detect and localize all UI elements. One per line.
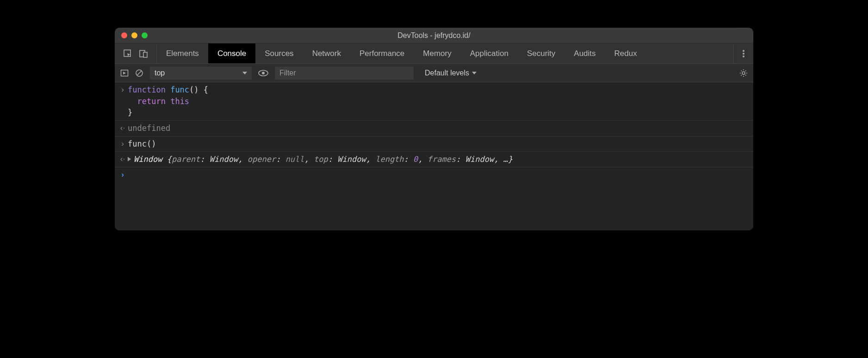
maximize-window-button[interactable] xyxy=(142,32,148,38)
tab-application[interactable]: Application xyxy=(461,43,518,63)
input-marker-icon: › xyxy=(118,84,128,96)
output-marker-icon: ‹· xyxy=(118,154,128,165)
minimize-window-button[interactable] xyxy=(131,32,137,38)
expand-icon[interactable] xyxy=(128,157,131,161)
inspect-controls xyxy=(115,43,157,63)
more-options-button[interactable] xyxy=(733,43,753,63)
input-marker-icon: › xyxy=(118,138,128,150)
output-value: undefined xyxy=(128,123,749,134)
tab-network[interactable]: Network xyxy=(303,43,350,63)
console-prompt[interactable]: › xyxy=(115,167,753,183)
chevron-down-icon xyxy=(242,72,247,74)
tab-sources[interactable]: Sources xyxy=(255,43,303,63)
console-output: › function func() { return this } ‹· und… xyxy=(115,82,753,230)
log-levels-selector[interactable]: Default levels xyxy=(420,69,477,77)
tab-memory[interactable]: Memory xyxy=(414,43,460,63)
titlebar: DevTools - jefrydco.id/ xyxy=(115,28,753,43)
levels-label: Default levels xyxy=(425,69,469,77)
devtools-window: DevTools - jefrydco.id/ Elements Console… xyxy=(115,28,753,230)
tab-console[interactable]: Console xyxy=(208,43,255,63)
object-preview: Window {parent: Window, opener: null, to… xyxy=(128,154,749,165)
code-call: func() xyxy=(128,138,749,150)
filter-input[interactable] xyxy=(275,67,414,80)
svg-rect-2 xyxy=(143,52,147,57)
console-row-output[interactable]: ‹· Window {parent: Window, opener: null,… xyxy=(115,152,753,167)
svg-line-8 xyxy=(137,71,142,75)
inspect-element-icon[interactable] xyxy=(123,49,132,58)
settings-icon[interactable] xyxy=(739,69,748,77)
tab-audits[interactable]: Audits xyxy=(564,43,605,63)
code-block: function func() { return this } xyxy=(128,84,749,118)
svg-point-3 xyxy=(743,50,744,52)
console-row-output: ‹· undefined xyxy=(115,121,753,136)
traffic-lights xyxy=(115,32,148,38)
tab-elements[interactable]: Elements xyxy=(157,43,208,63)
console-toolbar: top Default levels xyxy=(115,64,753,82)
svg-point-11 xyxy=(742,72,745,74)
tab-redux[interactable]: Redux xyxy=(605,43,646,63)
window-title: DevTools - jefrydco.id/ xyxy=(115,31,753,40)
context-selector[interactable]: top xyxy=(150,67,252,80)
tab-performance[interactable]: Performance xyxy=(350,43,414,63)
svg-point-10 xyxy=(262,72,265,74)
live-expression-icon[interactable] xyxy=(258,70,268,76)
tab-security[interactable]: Security xyxy=(518,43,564,63)
output-marker-icon: ‹· xyxy=(118,123,128,134)
clear-console-icon[interactable] xyxy=(135,69,143,77)
svg-point-5 xyxy=(743,56,744,57)
device-toolbar-icon[interactable] xyxy=(139,49,148,58)
close-window-button[interactable] xyxy=(121,32,127,38)
console-row-input[interactable]: › func() xyxy=(115,136,753,152)
svg-point-4 xyxy=(743,53,744,55)
prompt-marker-icon: › xyxy=(118,169,128,181)
panel-tabs: Elements Console Sources Network Perform… xyxy=(115,43,753,64)
toggle-sidebar-icon[interactable] xyxy=(120,69,129,77)
console-row-input[interactable]: › function func() { return this } xyxy=(115,82,753,121)
chevron-down-icon xyxy=(472,72,477,74)
context-value: top xyxy=(155,69,165,77)
